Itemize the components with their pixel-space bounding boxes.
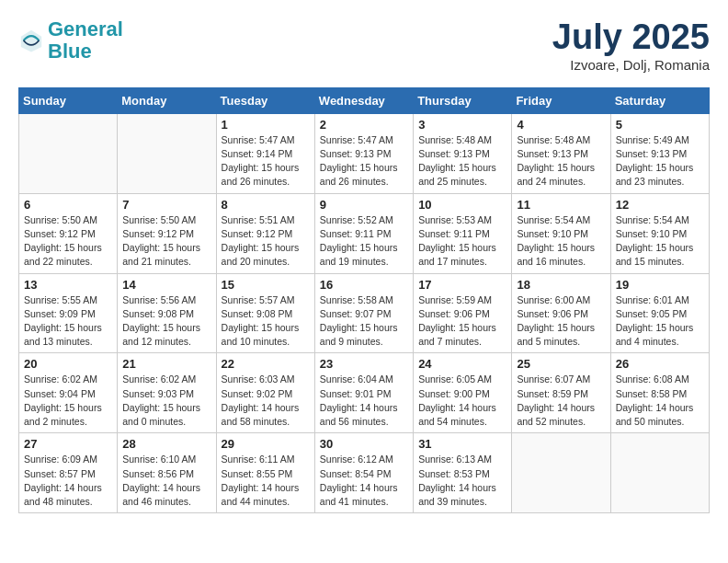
- cell-content: Sunrise: 5:54 AM Sunset: 9:10 PM Dayligh…: [616, 213, 704, 270]
- calendar-cell: 30Sunrise: 6:12 AM Sunset: 8:54 PM Dayli…: [314, 433, 413, 513]
- day-number: 20: [24, 357, 112, 371]
- logo: GeneralBlue: [18, 18, 123, 63]
- calendar-cell: 22Sunrise: 6:03 AM Sunset: 9:02 PM Dayli…: [216, 353, 314, 433]
- logo-icon: [18, 28, 44, 53]
- calendar-cell: 20Sunrise: 6:02 AM Sunset: 9:04 PM Dayli…: [19, 353, 118, 433]
- cell-content: Sunrise: 6:08 AM Sunset: 8:58 PM Dayligh…: [616, 373, 704, 429]
- column-header-friday: Friday: [512, 87, 610, 113]
- day-number: 12: [616, 198, 704, 212]
- calendar-cell: 5Sunrise: 5:49 AM Sunset: 9:13 PM Daylig…: [610, 113, 709, 193]
- day-number: 14: [122, 278, 210, 292]
- day-number: 28: [122, 437, 210, 451]
- day-number: 17: [418, 278, 506, 292]
- calendar-cell: 2Sunrise: 5:47 AM Sunset: 9:13 PM Daylig…: [314, 113, 413, 193]
- day-number: 4: [517, 118, 605, 132]
- calendar-cell: [118, 113, 216, 193]
- cell-content: Sunrise: 6:09 AM Sunset: 8:57 PM Dayligh…: [24, 453, 112, 509]
- cell-content: Sunrise: 5:56 AM Sunset: 9:08 PM Dayligh…: [122, 293, 210, 350]
- calendar-cell: [19, 113, 118, 193]
- cell-content: Sunrise: 5:58 AM Sunset: 9:07 PM Dayligh…: [320, 293, 408, 350]
- cell-content: Sunrise: 6:05 AM Sunset: 9:00 PM Dayligh…: [418, 373, 506, 429]
- calendar-cell: 26Sunrise: 6:08 AM Sunset: 8:58 PM Dayli…: [610, 353, 709, 433]
- calendar-cell: 14Sunrise: 5:56 AM Sunset: 9:08 PM Dayli…: [118, 273, 216, 353]
- day-number: 7: [122, 198, 210, 212]
- location-subtitle: Izvoare, Dolj, Romania: [552, 57, 710, 73]
- cell-content: Sunrise: 6:01 AM Sunset: 9:05 PM Dayligh…: [616, 293, 704, 350]
- day-number: 13: [24, 278, 112, 292]
- day-number: 23: [320, 357, 408, 371]
- cell-content: Sunrise: 6:13 AM Sunset: 8:53 PM Dayligh…: [418, 453, 506, 509]
- cell-content: Sunrise: 6:00 AM Sunset: 9:06 PM Dayligh…: [517, 293, 605, 350]
- calendar-week-2: 6Sunrise: 5:50 AM Sunset: 9:12 PM Daylig…: [19, 193, 710, 273]
- calendar-cell: 15Sunrise: 5:57 AM Sunset: 9:08 PM Dayli…: [216, 273, 314, 353]
- cell-content: Sunrise: 5:54 AM Sunset: 9:10 PM Dayligh…: [517, 213, 605, 270]
- calendar-table: SundayMondayTuesdayWednesdayThursdayFrid…: [18, 87, 710, 513]
- page-header: GeneralBlue July 2025 Izvoare, Dolj, Rom…: [18, 18, 710, 73]
- day-number: 6: [24, 198, 112, 212]
- day-number: 24: [418, 357, 506, 371]
- cell-content: Sunrise: 5:59 AM Sunset: 9:06 PM Dayligh…: [418, 293, 506, 350]
- calendar-cell: 29Sunrise: 6:11 AM Sunset: 8:55 PM Dayli…: [216, 433, 314, 513]
- day-number: 8: [222, 198, 310, 212]
- calendar-cell: 19Sunrise: 6:01 AM Sunset: 9:05 PM Dayli…: [610, 273, 709, 353]
- calendar-cell: 25Sunrise: 6:07 AM Sunset: 8:59 PM Dayli…: [512, 353, 610, 433]
- cell-content: Sunrise: 5:48 AM Sunset: 9:13 PM Dayligh…: [517, 133, 605, 190]
- column-header-saturday: Saturday: [610, 87, 709, 113]
- cell-content: Sunrise: 6:02 AM Sunset: 9:03 PM Dayligh…: [122, 373, 210, 429]
- column-header-wednesday: Wednesday: [314, 87, 413, 113]
- calendar-week-5: 27Sunrise: 6:09 AM Sunset: 8:57 PM Dayli…: [19, 433, 710, 513]
- calendar-header: SundayMondayTuesdayWednesdayThursdayFrid…: [19, 87, 710, 113]
- calendar-cell: 17Sunrise: 5:59 AM Sunset: 9:06 PM Dayli…: [414, 273, 512, 353]
- column-header-tuesday: Tuesday: [216, 87, 314, 113]
- calendar-cell: 18Sunrise: 6:00 AM Sunset: 9:06 PM Dayli…: [512, 273, 610, 353]
- day-number: 26: [616, 357, 704, 371]
- cell-content: Sunrise: 5:52 AM Sunset: 9:11 PM Dayligh…: [320, 213, 408, 270]
- day-number: 11: [517, 198, 605, 212]
- day-number: 10: [418, 198, 506, 212]
- day-number: 25: [517, 357, 605, 371]
- cell-content: Sunrise: 6:04 AM Sunset: 9:01 PM Dayligh…: [320, 373, 408, 429]
- cell-content: Sunrise: 6:02 AM Sunset: 9:04 PM Dayligh…: [24, 373, 112, 429]
- day-number: 15: [222, 278, 310, 292]
- day-number: 31: [418, 437, 506, 451]
- cell-content: Sunrise: 5:47 AM Sunset: 9:14 PM Dayligh…: [222, 133, 310, 190]
- day-number: 2: [320, 118, 408, 132]
- cell-content: Sunrise: 5:50 AM Sunset: 9:12 PM Dayligh…: [24, 213, 112, 270]
- cell-content: Sunrise: 6:03 AM Sunset: 9:02 PM Dayligh…: [222, 373, 310, 429]
- title-area: July 2025 Izvoare, Dolj, Romania: [552, 18, 710, 73]
- day-number: 19: [616, 278, 704, 292]
- cell-content: Sunrise: 6:10 AM Sunset: 8:56 PM Dayligh…: [122, 453, 210, 509]
- day-number: 3: [418, 118, 506, 132]
- calendar-cell: 13Sunrise: 5:55 AM Sunset: 9:09 PM Dayli…: [19, 273, 118, 353]
- calendar-cell: 31Sunrise: 6:13 AM Sunset: 8:53 PM Dayli…: [414, 433, 512, 513]
- day-number: 16: [320, 278, 408, 292]
- calendar-cell: 23Sunrise: 6:04 AM Sunset: 9:01 PM Dayli…: [314, 353, 413, 433]
- calendar-cell: 3Sunrise: 5:48 AM Sunset: 9:13 PM Daylig…: [414, 113, 512, 193]
- day-number: 5: [616, 118, 704, 132]
- month-title: July 2025: [552, 18, 710, 57]
- day-number: 1: [222, 118, 310, 132]
- column-header-sunday: Sunday: [19, 87, 118, 113]
- calendar-week-4: 20Sunrise: 6:02 AM Sunset: 9:04 PM Dayli…: [19, 353, 710, 433]
- column-header-thursday: Thursday: [414, 87, 512, 113]
- day-number: 21: [122, 357, 210, 371]
- day-number: 18: [517, 278, 605, 292]
- day-number: 9: [320, 198, 408, 212]
- calendar-cell: 1Sunrise: 5:47 AM Sunset: 9:14 PM Daylig…: [216, 113, 314, 193]
- calendar-cell: 28Sunrise: 6:10 AM Sunset: 8:56 PM Dayli…: [118, 433, 216, 513]
- calendar-cell: 10Sunrise: 5:53 AM Sunset: 9:11 PM Dayli…: [414, 193, 512, 273]
- day-number: 29: [222, 437, 310, 451]
- day-number: 30: [320, 437, 408, 451]
- cell-content: Sunrise: 5:57 AM Sunset: 9:08 PM Dayligh…: [222, 293, 310, 350]
- calendar-cell: 6Sunrise: 5:50 AM Sunset: 9:12 PM Daylig…: [19, 193, 118, 273]
- logo-text: GeneralBlue: [48, 18, 123, 63]
- cell-content: Sunrise: 5:48 AM Sunset: 9:13 PM Dayligh…: [418, 133, 506, 190]
- calendar-cell: 11Sunrise: 5:54 AM Sunset: 9:10 PM Dayli…: [512, 193, 610, 273]
- calendar-cell: 9Sunrise: 5:52 AM Sunset: 9:11 PM Daylig…: [314, 193, 413, 273]
- day-number: 27: [24, 437, 112, 451]
- calendar-cell: 8Sunrise: 5:51 AM Sunset: 9:12 PM Daylig…: [216, 193, 314, 273]
- column-header-monday: Monday: [118, 87, 216, 113]
- cell-content: Sunrise: 6:07 AM Sunset: 8:59 PM Dayligh…: [517, 373, 605, 429]
- calendar-cell: 24Sunrise: 6:05 AM Sunset: 9:00 PM Dayli…: [414, 353, 512, 433]
- cell-content: Sunrise: 5:53 AM Sunset: 9:11 PM Dayligh…: [418, 213, 506, 270]
